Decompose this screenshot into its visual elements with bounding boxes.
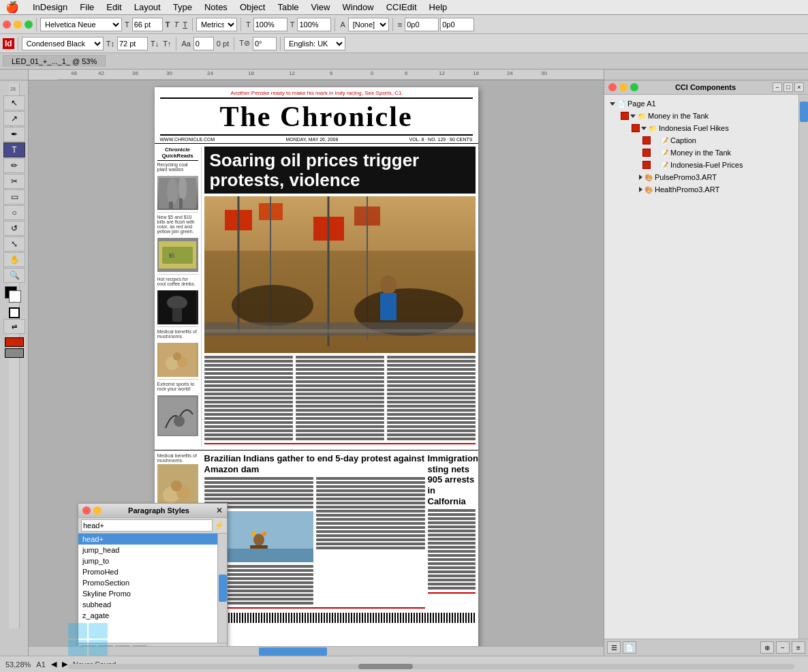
cci-options-button[interactable]: ≡: [792, 641, 805, 654]
para-styles-search-input[interactable]: [81, 519, 213, 532]
cci-expand-button[interactable]: □: [783, 82, 793, 92]
style-jump-head[interactable]: jump_head: [78, 545, 217, 555]
paragraph-styles-header[interactable]: Paragraph Styles ✕: [78, 504, 227, 518]
style-promohed[interactable]: PromoHed: [78, 566, 217, 577]
rotate-tool[interactable]: ↺: [3, 221, 25, 236]
scale-tool[interactable]: ⤡: [3, 236, 25, 251]
style-skyline-promo[interactable]: Skyline Promo: [78, 588, 217, 599]
menu-layout[interactable]: Layout: [129, 1, 166, 14]
story-col-1: [204, 356, 293, 440]
scroll-bar-bottom[interactable]: [68, 664, 794, 669]
window-close-button[interactable]: [3, 20, 11, 29]
pt-label: 0 pt: [215, 40, 230, 48]
scale-v-label: T: [289, 20, 296, 29]
tree-item-indonesia-folder[interactable]: 📁 Indonesia Fuel Hikes: [607, 122, 796, 134]
menu-notes[interactable]: Notes: [199, 1, 233, 14]
cci-delete-button[interactable]: −: [776, 641, 790, 654]
status-nav-prev[interactable]: ◀: [51, 660, 57, 669]
para-styles-search-icon[interactable]: ⚡: [214, 521, 224, 530]
status-nav-next[interactable]: ▶: [62, 660, 67, 669]
menu-table[interactable]: Table: [272, 1, 304, 14]
horizontal-scrollbar[interactable]: [29, 646, 604, 656]
tree-item-health-promo[interactable]: 🎨 HealthPromo3.ART: [607, 183, 796, 196]
art-icon-health: 🎨: [644, 185, 653, 194]
none-swatch[interactable]: [9, 307, 20, 318]
window-maximize-button[interactable]: [25, 20, 33, 29]
scale-h-input[interactable]: [253, 18, 288, 31]
para-styles-close-button[interactable]: [82, 506, 91, 515]
cci-add-button[interactable]: ⊕: [760, 641, 774, 654]
kerning-select[interactable]: Metrics: [196, 18, 237, 31]
menu-cciedit[interactable]: CCIEdit: [381, 1, 422, 14]
skew-input[interactable]: [253, 37, 277, 50]
menu-object[interactable]: Object: [234, 1, 271, 14]
style-jump-to[interactable]: jump_to: [78, 555, 217, 566]
para-styles-close-x[interactable]: ✕: [216, 506, 223, 515]
story-col-3: [387, 356, 476, 440]
tree-item-page[interactable]: 📄 Page A1: [607, 97, 796, 110]
tree-expand-indonesia-icon: [641, 127, 647, 130]
text-tool[interactable]: T: [3, 142, 25, 157]
tree-item-fuel-prices[interactable]: 📝 Indonesia-Fuel Prices: [607, 159, 796, 171]
cci-page-button[interactable]: 📄: [623, 641, 636, 654]
font-family-select[interactable]: Helvetica Neue: [40, 18, 122, 31]
scale-v-input[interactable]: [297, 18, 331, 31]
cci-collapse-button[interactable]: −: [773, 82, 782, 92]
tree-item-caption[interactable]: 📝 Caption: [607, 134, 796, 147]
menu-window[interactable]: Window: [337, 1, 379, 14]
scroll-thumb-bottom[interactable]: [358, 664, 413, 669]
horizontal-scrollbar-thumb[interactable]: [259, 647, 327, 656]
style-subhead[interactable]: subhead: [78, 599, 217, 610]
swap-colors-button[interactable]: ⇄: [3, 319, 25, 334]
cci-close-x-button[interactable]: ×: [794, 82, 804, 92]
cci-maximize-button[interactable]: [630, 83, 638, 91]
pencil-tool[interactable]: ✏: [3, 158, 25, 173]
selection-tool[interactable]: ↖: [3, 95, 25, 110]
ellipse-tool[interactable]: ○: [3, 205, 25, 220]
cci-scrollbar[interactable]: [798, 95, 808, 639]
tree-expand-money-icon: [630, 114, 636, 118]
hand-tool[interactable]: ✋: [3, 252, 25, 267]
style-promosection[interactable]: PromoSection: [78, 577, 217, 588]
menu-view[interactable]: View: [306, 1, 336, 14]
menu-type[interactable]: Type: [168, 1, 198, 14]
cci-close-button[interactable]: [608, 83, 617, 91]
styles-scrollbar[interactable]: [217, 534, 227, 643]
character-style-select[interactable]: [None]: [348, 18, 389, 31]
cci-minimize-button[interactable]: [619, 83, 627, 91]
zoom-tool[interactable]: 🔍: [3, 268, 25, 283]
tree-item-money-tank-folder[interactable]: 📁 Money in the Tank: [607, 110, 796, 122]
font-size-input[interactable]: [132, 18, 163, 31]
menu-edit[interactable]: Edit: [101, 1, 127, 14]
baseline-input2[interactable]: [440, 18, 474, 31]
para-styles-minimize-button[interactable]: [93, 506, 102, 515]
style-z-agate[interactable]: z_agate: [78, 610, 217, 621]
document-tab[interactable]: LED_01_+_..._1_ @ 53%: [3, 55, 106, 67]
frame-mode-button[interactable]: [5, 337, 24, 347]
svg-point-31: [380, 275, 397, 294]
stroke-color-swatch[interactable]: [9, 290, 21, 303]
tree-item-money-tank-doc[interactable]: 📝 Money in the Tank: [607, 147, 796, 159]
offset-input[interactable]: [193, 37, 214, 50]
window-minimize-button[interactable]: [14, 20, 22, 29]
baseline-input1[interactable]: [405, 18, 439, 31]
language-select[interactable]: English: UK: [284, 37, 345, 50]
styles-scrollbar-thumb[interactable]: [219, 575, 227, 602]
preview-mode-button[interactable]: [5, 348, 24, 358]
apple-menu[interactable]: 🍎: [5, 1, 19, 14]
font-style-select[interactable]: Condensed Black: [22, 37, 104, 50]
style-head-plus[interactable]: head+: [78, 534, 217, 545]
direct-selection-tool[interactable]: ↗: [3, 111, 25, 126]
menu-help[interactable]: Help: [424, 1, 453, 14]
canvas-area[interactable]: Another Penske ready to make his mark in…: [29, 80, 604, 656]
scissors-tool[interactable]: ✂: [3, 174, 25, 189]
cci-select-all-button[interactable]: ☰: [607, 641, 621, 654]
tree-item-pulse-promo[interactable]: 🎨 PulsePromo3.ART: [607, 171, 796, 183]
menu-indesign[interactable]: InDesign: [27, 1, 73, 14]
pen-tool[interactable]: ✒: [3, 127, 25, 142]
leading-input[interactable]: [117, 37, 148, 50]
document-tabbar: LED_01_+_..._1_ @ 53%: [0, 53, 808, 70]
menu-file[interactable]: File: [74, 1, 99, 14]
rectangle-tool[interactable]: ▭: [3, 189, 25, 204]
cci-tree[interactable]: 📄 Page A1 📁 Money in the Tank 📁 Indonesi…: [604, 95, 798, 639]
